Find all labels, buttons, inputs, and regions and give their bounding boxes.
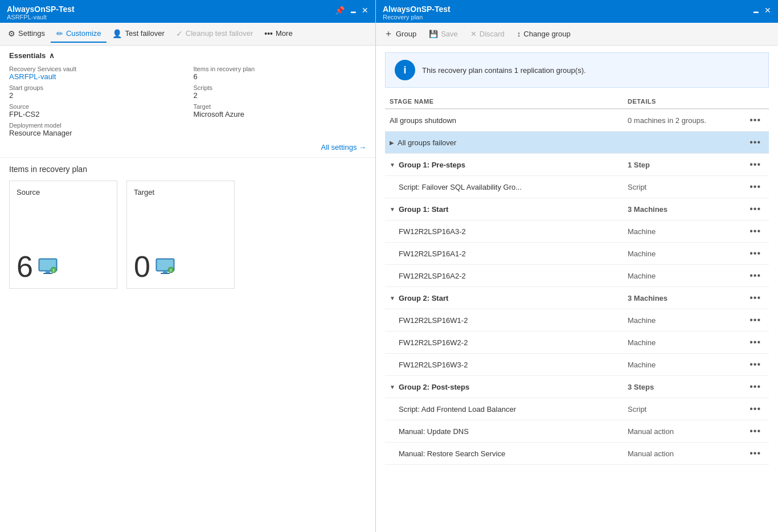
- stage-name-text: FW12R2LSP16A1-2: [399, 249, 466, 258]
- row-more-button[interactable]: •••: [746, 269, 764, 282]
- row-more-button[interactable]: •••: [746, 403, 764, 415]
- customize-icon: ✏: [56, 29, 63, 38]
- actions-cell: •••: [742, 158, 764, 171]
- stage-name-cell: ▼Group 1: Pre-steps: [390, 161, 628, 169]
- more-button[interactable]: ••• More: [259, 26, 298, 43]
- group-button[interactable]: ＋ Group: [378, 24, 422, 43]
- cleanup-test-failover-button[interactable]: ✓ Cleanup test failover: [170, 26, 259, 43]
- stage-name-cell: FW12R2LSP16A3-2: [399, 227, 628, 236]
- row-more-button[interactable]: •••: [746, 136, 764, 149]
- stage-name-text: FW12R2LSP16A2-2: [399, 272, 466, 280]
- essentials-header[interactable]: Essentials ∧: [9, 51, 366, 60]
- details-cell: 3 Machines: [628, 205, 742, 214]
- details-cell: Manual action: [628, 449, 742, 458]
- row-more-button[interactable]: •••: [746, 292, 764, 304]
- row-more-button[interactable]: •••: [746, 380, 764, 393]
- customize-button[interactable]: ✏ Customize: [51, 26, 107, 43]
- table-row[interactable]: ▼Group 1: Start3 Machines•••: [385, 198, 769, 220]
- row-more-button[interactable]: •••: [746, 336, 764, 349]
- left-window-title: AlwaysOnSP-Test: [7, 5, 75, 14]
- table-row[interactable]: FW12R2LSP16A3-2Machine•••: [385, 220, 769, 243]
- table-row[interactable]: FW12R2LSP16W1-2Machine•••: [385, 309, 769, 332]
- left-panel: AlwaysOnSP-Test ASRFPL-vault 📌 🗕 ✕ ⚙ Set…: [0, 0, 376, 532]
- chevron-down-icon: ▼: [390, 206, 395, 212]
- save-icon: 💾: [429, 30, 438, 38]
- right-minimize-icon[interactable]: 🗕: [752, 6, 760, 15]
- table-row[interactable]: FW12R2LSP16A1-2Machine•••: [385, 243, 769, 265]
- actions-cell: •••: [742, 403, 764, 415]
- stage-name-text: Group 1: Pre-steps: [399, 161, 465, 169]
- right-close-icon[interactable]: ✕: [764, 6, 771, 15]
- stage-name-text: FW12R2LSP16W2-2: [399, 338, 468, 347]
- table-row[interactable]: FW12R2LSP16W3-2Machine•••: [385, 354, 769, 376]
- details-cell: Machine: [628, 338, 742, 347]
- row-more-button[interactable]: •••: [746, 158, 764, 171]
- actions-cell: •••: [742, 358, 764, 371]
- table-row[interactable]: Manual: Restore Search ServiceManual act…: [385, 443, 769, 465]
- discard-icon: ✕: [470, 30, 477, 38]
- row-more-button[interactable]: •••: [746, 358, 764, 371]
- save-button[interactable]: 💾 Save: [423, 26, 464, 42]
- info-circle-icon: i: [395, 60, 415, 80]
- right-title-bar: AlwaysOnSP-Test Recovery plan 🗕 ✕: [376, 0, 778, 23]
- svg-text:i: i: [53, 268, 54, 272]
- details-cell: 3 Machines: [628, 294, 742, 302]
- test-failover-button[interactable]: 👤 Test failover: [107, 26, 170, 43]
- table-row[interactable]: FW12R2LSP16A2-2Machine•••: [385, 265, 769, 287]
- settings-button[interactable]: ⚙ Settings: [2, 26, 51, 43]
- close-icon[interactable]: ✕: [362, 6, 368, 15]
- chevron-down-icon: ▼: [390, 295, 395, 301]
- row-more-button[interactable]: •••: [746, 181, 764, 193]
- table-row[interactable]: ▼Group 2: Post-steps3 Steps•••: [385, 376, 769, 398]
- stage-name-text: All groups failover: [398, 138, 456, 147]
- left-window-subtitle: ASRFPL-vault: [7, 14, 75, 21]
- items-section-title: Items in recovery plan: [9, 165, 366, 174]
- table-row[interactable]: ▼Group 2: Start3 Machines•••: [385, 287, 769, 309]
- svg-text:i: i: [170, 268, 171, 272]
- table-row[interactable]: All groups shutdown0 machines in 2 group…: [385, 109, 769, 132]
- svg-rect-3: [43, 273, 52, 274]
- pin-icon[interactable]: 📌: [335, 6, 345, 15]
- items-section: Items in recovery plan Source 6 i: [0, 158, 375, 532]
- stage-name-text: FW12R2LSP16W3-2: [399, 361, 468, 369]
- row-more-button[interactable]: •••: [746, 314, 764, 326]
- svg-rect-9: [161, 273, 170, 274]
- svg-rect-2: [46, 271, 50, 273]
- right-window-controls: 🗕 ✕: [752, 5, 771, 15]
- actions-cell: •••: [742, 425, 764, 437]
- test-failover-icon: 👤: [112, 29, 122, 38]
- row-more-button[interactable]: •••: [746, 447, 764, 460]
- source-card-bottom: 6 i: [17, 252, 110, 281]
- info-banner: i This recovery plan contains 1 replicat…: [385, 52, 769, 88]
- row-more-button[interactable]: •••: [746, 203, 764, 215]
- minimize-icon[interactable]: 🗕: [349, 6, 357, 15]
- change-group-button[interactable]: ↕ Change group: [511, 26, 576, 42]
- row-more-button[interactable]: •••: [746, 114, 764, 126]
- table-row[interactable]: Script: Add Frontend Load BalancerScript…: [385, 398, 769, 420]
- actions-cell: •••: [742, 114, 764, 126]
- actions-cell: •••: [742, 247, 764, 260]
- details-cell: Manual action: [628, 427, 742, 436]
- table-row[interactable]: ▶All groups failover•••: [385, 132, 769, 154]
- discard-button[interactable]: ✕ Discard: [465, 26, 510, 42]
- row-more-button[interactable]: •••: [746, 425, 764, 437]
- details-cell: 0 machines in 2 groups.: [628, 116, 742, 125]
- table-row[interactable]: ▼Group 1: Pre-steps1 Step•••: [385, 154, 769, 176]
- stage-name-text: All groups shutdown: [390, 116, 456, 125]
- all-settings-link[interactable]: All settings →: [9, 143, 366, 152]
- essentials-item-target: Target Microsoft Azure: [194, 103, 367, 118]
- row-more-button[interactable]: •••: [746, 225, 764, 238]
- svg-rect-8: [163, 271, 167, 273]
- details-cell: Machine: [628, 361, 742, 369]
- actions-cell: •••: [742, 292, 764, 304]
- row-more-button[interactable]: •••: [746, 247, 764, 260]
- target-computer-icon: i: [155, 256, 175, 277]
- table-row[interactable]: FW12R2LSP16W2-2Machine•••: [385, 332, 769, 354]
- stage-name-cell: ▼Group 2: Start: [390, 294, 628, 302]
- table-row[interactable]: Script: Failover SQL Availability Gro...…: [385, 176, 769, 198]
- table-row[interactable]: Manual: Update DNSManual action•••: [385, 420, 769, 443]
- stage-name-cell: Manual: Restore Search Service: [399, 449, 628, 458]
- stage-name-cell: Script: Add Frontend Load Balancer: [399, 405, 628, 414]
- target-count: 0: [134, 252, 150, 281]
- stage-name-cell: FW12R2LSP16W1-2: [399, 316, 628, 325]
